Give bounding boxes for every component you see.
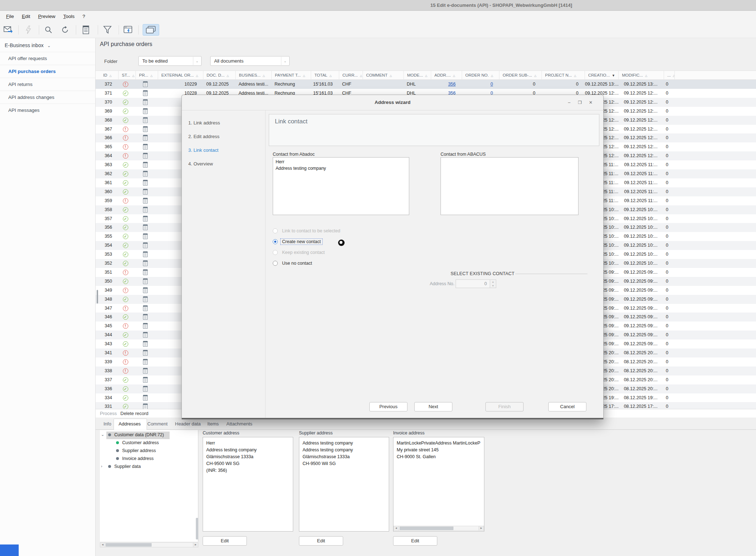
column-header-more[interactable]: ...△ <box>664 71 675 80</box>
cell-modified: 09.12.2025 12:... <box>619 142 660 151</box>
column-header-currency[interactable]: CURR...△ <box>339 71 363 80</box>
abadoc-contact-listbox[interactable]: HerrAddress testing company <box>273 157 409 215</box>
customer-address-box[interactable]: HerrAddress testing companyGlärnischstra… <box>203 437 293 532</box>
menu-item-file[interactable]: File <box>3 13 17 20</box>
listbox-item[interactable]: Address testing company <box>276 165 406 172</box>
menu-item-help[interactable]: ? <box>79 13 89 20</box>
column-header-project[interactable]: PROJECT N...△ <box>542 71 585 80</box>
tab-items[interactable]: Items <box>207 421 219 427</box>
sidebar-item-api-address-changes[interactable]: API address changes <box>0 91 95 104</box>
refresh-button[interactable] <box>59 24 71 36</box>
tree-item-customer-data-dnr-72-[interactable]: Customer data (DNR:72) <box>114 432 164 440</box>
column-header-created[interactable]: CREATIO...▼ <box>585 71 619 80</box>
chevron-down-icon[interactable]: ⌄ <box>101 432 104 437</box>
sidebar-item-api-returns[interactable]: API returns <box>0 78 95 91</box>
column-header-pr[interactable]: PR...△ <box>136 71 158 80</box>
maximize-icon[interactable]: ❒ <box>575 98 585 107</box>
report-button[interactable] <box>80 24 92 36</box>
edit-customer-address-button[interactable]: Edit <box>203 536 247 546</box>
tab-comment[interactable]: Comment <box>147 421 167 427</box>
cancel-button[interactable]: Cancel <box>548 402 586 411</box>
scroll-right-icon[interactable]: ► <box>479 526 484 530</box>
send-mail-button[interactable] <box>2 24 14 36</box>
scroll-left-icon[interactable]: ◄ <box>394 526 399 530</box>
refresh-icon <box>61 26 69 34</box>
listbox-item[interactable]: Herr <box>276 159 406 165</box>
previous-button[interactable]: Previous <box>369 402 407 411</box>
chevron-right-icon[interactable]: › <box>101 464 102 468</box>
column-header-order_sub[interactable]: ORDER SUB-...△ <box>499 71 542 80</box>
cell-mode: DHL <box>404 80 428 89</box>
column-header-modified[interactable]: MODIFIC...△ <box>619 71 664 80</box>
window-lightning-button[interactable] <box>122 24 134 36</box>
edit-invoice-address-button[interactable]: Edit <box>393 536 437 546</box>
order_no-link[interactable]: 0 <box>490 82 493 87</box>
tree-item-supplier-data[interactable]: Supplier data <box>114 464 141 471</box>
tree-item-invoice-address[interactable]: Invoice address <box>122 456 154 464</box>
column-header-total[interactable]: TOTAL△ <box>311 71 339 80</box>
sidebar-header[interactable]: E-Business inbox⌄ <box>5 42 51 48</box>
menu-item-preview[interactable]: Preview <box>35 13 59 20</box>
supplier-address-box[interactable]: Address testing companyAddress testing c… <box>299 437 389 532</box>
tab-addresses[interactable]: Addresses <box>119 421 140 427</box>
column-header-id[interactable]: ID△ <box>100 71 119 80</box>
edit-supplier-address-button[interactable]: Edit <box>299 536 343 546</box>
tree-horizontal-scrollbar[interactable]: ◄ ► <box>100 542 198 547</box>
cell-id: 353 <box>100 250 115 259</box>
sidebar-item-api-purchase-orders[interactable]: API purchase orders <box>0 65 95 78</box>
wizard-step-2[interactable]: 2. Edit address <box>188 134 220 139</box>
column-header-addr[interactable]: ADDR....△ <box>431 71 462 80</box>
spinner-arrows[interactable]: ▲▼ <box>490 279 496 288</box>
tree-item-supplier-address[interactable]: Supplier address <box>122 448 156 456</box>
addr-link[interactable]: 356 <box>448 82 456 87</box>
tab-info[interactable]: Info <box>103 421 111 427</box>
column-header-external[interactable]: EXTERNAL OR...△ <box>158 71 203 80</box>
documents-select[interactable]: All documents ⌄ <box>210 56 290 66</box>
wizard-step-4[interactable]: 4. Overview <box>188 161 213 167</box>
tree-item-customer-address[interactable]: Customer address <box>122 440 159 448</box>
menu-item-edit[interactable]: Edit <box>19 13 33 20</box>
cell-id: 368 <box>100 116 115 125</box>
radio-icon[interactable] <box>273 239 278 244</box>
ok-status-icon: ✓ <box>123 216 128 222</box>
action-delete-record[interactable]: Delete record <box>120 411 148 416</box>
invoice-address-box[interactable]: MartinLockePrivateAddress MartinLockePMy… <box>393 437 484 532</box>
lightning-button[interactable] <box>22 24 34 36</box>
folder-select[interactable]: To be edited ⌄ <box>138 56 202 66</box>
minimize-icon[interactable]: – <box>564 98 574 107</box>
vertical-scrollbar-thumb[interactable] <box>97 290 98 304</box>
wizard-step-1[interactable]: 1. Link address <box>188 120 220 126</box>
radio-icon[interactable] <box>273 261 278 266</box>
cell-modified: 09.12.2025 12:... <box>619 107 660 116</box>
radio-use-no-contact[interactable]: Use no contact <box>273 260 313 267</box>
tab-attachments[interactable]: Attachments <box>226 421 252 427</box>
close-icon[interactable]: ✕ <box>586 98 595 107</box>
scroll-right-icon[interactable]: ► <box>193 543 198 547</box>
cell-modified: 08.12.2025 20:... <box>619 384 660 393</box>
panel-horizontal-scrollbar[interactable]: ◄► <box>393 526 484 531</box>
column-header-status[interactable]: ST...△ <box>119 71 136 80</box>
tab-header-data[interactable]: Header data <box>175 421 201 427</box>
column-header-order_no[interactable]: ORDER NO.△ <box>462 71 499 80</box>
column-header-comment[interactable]: COMMENT△ <box>363 71 404 80</box>
sidebar-item-api-messages[interactable]: API messages <box>0 104 95 117</box>
radio-create-new-contact[interactable]: Create new contact <box>273 238 322 245</box>
menu-item-tools[interactable]: Tools <box>60 13 78 20</box>
wizard-step-3[interactable]: 3. Link contact <box>188 147 218 153</box>
address-no-field[interactable]: 0 <box>456 279 490 288</box>
table-row[interactable]: 372!1022909.12.2025Address testi...Rechn… <box>96 80 756 89</box>
column-header-doc_date[interactable]: DOC. D...△ <box>203 71 236 80</box>
tree-vertical-scrollbar[interactable] <box>196 518 198 539</box>
scrollbar-thumb[interactable] <box>400 527 453 530</box>
scrollbar-thumb[interactable] <box>106 543 152 547</box>
column-header-mode[interactable]: MODE...△ <box>404 71 431 80</box>
column-header-payment[interactable]: PAYMENT T...△ <box>272 71 311 80</box>
filter-button[interactable] <box>101 24 114 36</box>
scroll-left-icon[interactable]: ◄ <box>100 543 105 547</box>
column-header-business[interactable]: BUSINES...△ <box>236 71 272 80</box>
abacus-contact-listbox[interactable] <box>441 157 578 215</box>
next-button[interactable]: Next <box>414 402 452 411</box>
sidebar-item-api-offer-requests[interactable]: API offer requests <box>0 52 95 65</box>
search-button[interactable] <box>42 24 55 36</box>
window-stack-button[interactable] <box>143 24 159 36</box>
